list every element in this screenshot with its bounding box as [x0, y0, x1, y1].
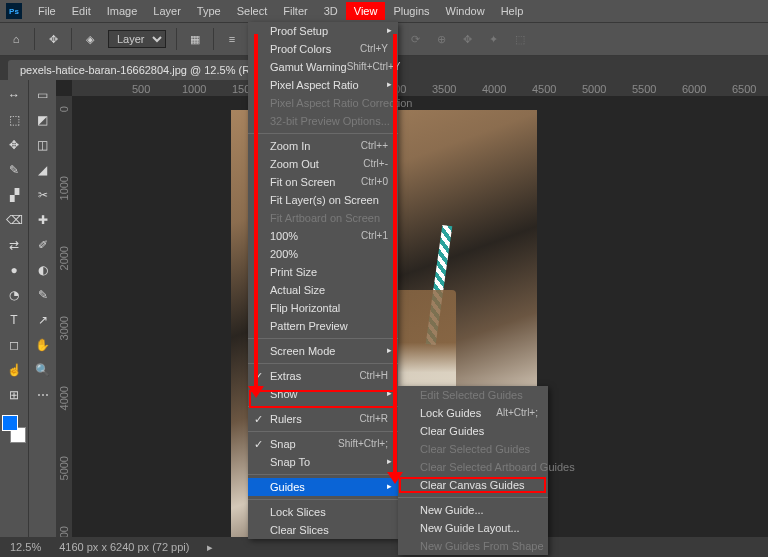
left-tool-3[interactable]: ✎ — [3, 159, 25, 181]
guides-submenu-item: Clear Selected Artboard Guides — [398, 458, 548, 476]
view-menu-item[interactable]: Gamut WarningShift+Ctrl+Y — [248, 58, 398, 76]
menu-help[interactable]: Help — [493, 2, 532, 20]
view-menu-item: Pixel Aspect Ratio Correction — [248, 94, 398, 112]
right-tool-7[interactable]: ◐ — [32, 259, 54, 281]
left-tool-9[interactable]: T — [3, 309, 25, 331]
left-tool-2[interactable]: ✥ — [3, 134, 25, 156]
toolbar-left: ↔⬚✥✎▞⌫⇄●◔T◻☝⊞ — [0, 80, 28, 537]
left-tool-8[interactable]: ◔ — [3, 284, 25, 306]
layer-select[interactable]: Layer — [108, 30, 166, 48]
right-tool-11[interactable]: 🔍 — [32, 359, 54, 381]
right-tool-6[interactable]: ✐ — [32, 234, 54, 256]
view-menu-item[interactable]: ✓RulersCtrl+R — [248, 410, 398, 428]
menu-file[interactable]: File — [30, 2, 64, 20]
menu-plugins[interactable]: Plugins — [385, 2, 437, 20]
toolbar-right: ▭◩◫◢✂✚✐◐✎↗✋🔍⋯ — [28, 80, 56, 537]
left-tool-7[interactable]: ● — [3, 259, 25, 281]
right-tool-2[interactable]: ◫ — [32, 134, 54, 156]
left-tool-0[interactable]: ↔ — [3, 84, 25, 106]
guides-submenu-item: New Guides From Shape — [398, 537, 548, 555]
move-icon[interactable]: ✥ — [45, 31, 61, 47]
menu-filter[interactable]: Filter — [275, 2, 315, 20]
view-menu-item[interactable]: 200% — [248, 245, 398, 263]
view-menu-item[interactable]: Guides — [248, 478, 398, 496]
right-tool-9[interactable]: ↗ — [32, 309, 54, 331]
3d-roll-icon: ⊕ — [434, 31, 450, 47]
view-menu-item[interactable]: Actual Size — [248, 281, 398, 299]
view-menu-item: 32-bit Preview Options... — [248, 112, 398, 130]
tab-title: pexels-hatice-baran-16662804.jpg @ 12.5%… — [20, 64, 259, 76]
right-tool-8[interactable]: ✎ — [32, 284, 54, 306]
left-tool-1[interactable]: ⬚ — [3, 109, 25, 131]
transform-controls-icon[interactable]: ▦ — [187, 31, 203, 47]
guides-submenu-item: Clear Selected Guides — [398, 440, 548, 458]
left-tool-6[interactable]: ⇄ — [3, 234, 25, 256]
right-tool-12[interactable]: ⋯ — [32, 384, 54, 406]
left-tool-4[interactable]: ▞ — [3, 184, 25, 206]
status-chevron-icon[interactable]: ▸ — [207, 541, 213, 554]
right-tool-10[interactable]: ✋ — [32, 334, 54, 356]
right-tool-5[interactable]: ✚ — [32, 209, 54, 231]
menubar: Ps FileEditImageLayerTypeSelectFilter3DV… — [0, 0, 768, 22]
right-tool-1[interactable]: ◩ — [32, 109, 54, 131]
view-menu-item[interactable]: Show — [248, 385, 398, 403]
menu-image[interactable]: Image — [99, 2, 146, 20]
view-menu-item[interactable]: Lock Slices — [248, 503, 398, 521]
horizontal-ruler: 5001000150020002500300035004000450050005… — [72, 80, 768, 96]
document-tab[interactable]: pexels-hatice-baran-16662804.jpg @ 12.5%… — [8, 60, 286, 80]
view-menu-item[interactable]: Clear Slices — [248, 521, 398, 539]
status-bar: 12.5% 4160 px x 6240 px (72 ppi) ▸ — [0, 537, 768, 557]
view-menu-item[interactable]: Fit on ScreenCtrl+0 — [248, 173, 398, 191]
view-menu-item[interactable]: Snap To — [248, 453, 398, 471]
3d-scale-icon: ⬚ — [512, 31, 528, 47]
3d-slide-icon: ✦ — [486, 31, 502, 47]
guides-submenu-item[interactable]: Clear Guides — [398, 422, 548, 440]
left-tool-5[interactable]: ⌫ — [3, 209, 25, 231]
app-logo: Ps — [6, 3, 22, 19]
guides-submenu: Edit Selected GuidesLock GuidesAlt+Ctrl+… — [398, 386, 548, 555]
menu-layer[interactable]: Layer — [145, 2, 189, 20]
view-menu-item[interactable]: Print Size — [248, 263, 398, 281]
zoom-level[interactable]: 12.5% — [10, 541, 41, 553]
menu-3d[interactable]: 3D — [316, 2, 346, 20]
view-menu-dropdown: Proof SetupProof ColorsCtrl+YGamut Warni… — [248, 22, 398, 539]
view-menu-item[interactable]: Flip Horizontal — [248, 299, 398, 317]
view-menu-item[interactable]: Zoom OutCtrl+- — [248, 155, 398, 173]
view-menu-item[interactable]: 100%Ctrl+1 — [248, 227, 398, 245]
guides-submenu-item[interactable]: New Guide... — [398, 501, 548, 519]
auto-select-icon[interactable]: ◈ — [82, 31, 98, 47]
menu-type[interactable]: Type — [189, 2, 229, 20]
left-tool-10[interactable]: ◻ — [3, 334, 25, 356]
view-menu-item[interactable]: Proof ColorsCtrl+Y — [248, 40, 398, 58]
align-left-icon[interactable]: ≡ — [224, 31, 240, 47]
color-swatch[interactable] — [0, 415, 28, 443]
view-menu-item[interactable]: Pixel Aspect Ratio — [248, 76, 398, 94]
3d-orbit-icon: ⟳ — [408, 31, 424, 47]
view-menu-item[interactable]: Screen Mode — [248, 342, 398, 360]
document-dimensions: 4160 px x 6240 px (72 ppi) — [59, 541, 189, 553]
view-menu-item[interactable]: Zoom InCtrl++ — [248, 137, 398, 155]
home-icon[interactable]: ⌂ — [8, 31, 24, 47]
guides-submenu-item[interactable]: New Guide Layout... — [398, 519, 548, 537]
guides-submenu-item[interactable]: Lock GuidesAlt+Ctrl+; — [398, 404, 548, 422]
right-tool-4[interactable]: ✂ — [32, 184, 54, 206]
guides-submenu-item: Edit Selected Guides — [398, 386, 548, 404]
view-menu-item[interactable]: Pattern Preview — [248, 317, 398, 335]
left-tool-12[interactable]: ⊞ — [3, 384, 25, 406]
right-tool-0[interactable]: ▭ — [32, 84, 54, 106]
view-menu-item[interactable]: ✓ExtrasCtrl+H — [248, 367, 398, 385]
menu-view[interactable]: View — [346, 2, 386, 20]
left-tool-11[interactable]: ☝ — [3, 359, 25, 381]
view-menu-item: Fit Artboard on Screen — [248, 209, 398, 227]
3d-pan-icon: ✥ — [460, 31, 476, 47]
vertical-ruler: 0100020003000400050006000 — [56, 96, 72, 537]
menu-edit[interactable]: Edit — [64, 2, 99, 20]
view-menu-item[interactable]: Proof Setup — [248, 22, 398, 40]
menu-select[interactable]: Select — [229, 2, 276, 20]
view-menu-item[interactable]: Fit Layer(s) on Screen — [248, 191, 398, 209]
view-menu-item[interactable]: ✓SnapShift+Ctrl+; — [248, 435, 398, 453]
right-tool-3[interactable]: ◢ — [32, 159, 54, 181]
menu-window[interactable]: Window — [438, 2, 493, 20]
guides-submenu-item[interactable]: Clear Canvas Guides — [398, 476, 548, 494]
